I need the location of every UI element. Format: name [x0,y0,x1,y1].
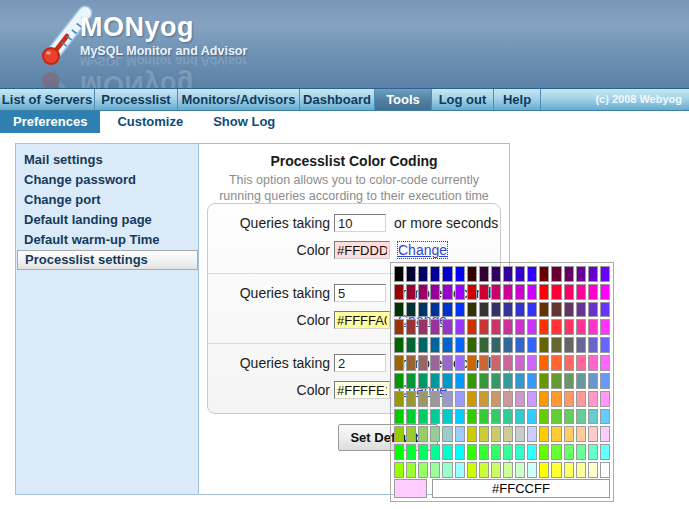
palette-swatch[interactable] [491,302,501,318]
color-value-input-1[interactable] [334,241,390,259]
palette-swatch[interactable] [503,462,513,478]
palette-swatch[interactable] [576,444,586,460]
sidebar-item-change-port[interactable]: Change port [16,190,199,210]
palette-swatch[interactable] [600,319,610,335]
subnav-tab-preferences[interactable]: Preferences [0,111,100,133]
palette-swatch[interactable] [588,391,598,407]
sidebar-item-processlist-settings[interactable]: Processlist settings [17,250,198,270]
palette-swatch[interactable] [430,409,440,425]
palette-swatch[interactable] [527,462,537,478]
palette-swatch[interactable] [576,391,586,407]
palette-swatch[interactable] [539,266,549,282]
palette-swatch[interactable] [551,373,561,389]
palette-swatch[interactable] [418,355,428,371]
palette-swatch[interactable] [527,373,537,389]
nav-item-monitors-advisors[interactable]: Monitors/Advisors [178,89,300,110]
palette-swatch[interactable] [442,462,452,478]
palette-swatch[interactable] [418,462,428,478]
palette-swatch[interactable] [564,284,574,300]
palette-swatch[interactable] [491,337,501,353]
palette-swatch[interactable] [406,462,416,478]
palette-swatch[interactable] [588,355,598,371]
palette-swatch[interactable] [551,462,561,478]
nav-item-log-out[interactable]: Log out [432,89,494,110]
palette-swatch[interactable] [588,462,598,478]
palette-swatch[interactable] [479,302,489,318]
color-value-input-2[interactable] [334,311,390,329]
palette-swatch[interactable] [539,426,549,442]
palette-swatch[interactable] [491,373,501,389]
palette-swatch[interactable] [442,426,452,442]
palette-swatch[interactable] [455,373,465,389]
palette-swatch[interactable] [503,391,513,407]
palette-swatch[interactable] [527,355,537,371]
palette-swatch[interactable] [418,426,428,442]
palette-swatch[interactable] [515,391,525,407]
palette-swatch[interactable] [576,409,586,425]
palette-swatch[interactable] [515,319,525,335]
palette-swatch[interactable] [564,302,574,318]
palette-swatch[interactable] [588,426,598,442]
palette-swatch[interactable] [406,337,416,353]
palette-swatch[interactable] [430,302,440,318]
palette-swatch[interactable] [564,337,574,353]
palette-swatch[interactable] [430,444,440,460]
palette-swatch[interactable] [515,444,525,460]
palette-swatch[interactable] [442,444,452,460]
palette-swatch[interactable] [479,373,489,389]
palette-swatch[interactable] [418,373,428,389]
palette-swatch[interactable] [455,319,465,335]
palette-swatch[interactable] [527,409,537,425]
palette-swatch[interactable] [467,266,477,282]
palette-swatch[interactable] [430,426,440,442]
palette-swatch[interactable] [503,373,513,389]
palette-swatch[interactable] [503,409,513,425]
palette-swatch[interactable] [491,409,501,425]
palette-swatch[interactable] [503,355,513,371]
seconds-input-2[interactable] [334,284,386,302]
palette-swatch[interactable] [551,355,561,371]
palette-swatch[interactable] [539,373,549,389]
palette-swatch[interactable] [394,462,404,478]
palette-swatch[interactable] [394,337,404,353]
palette-swatch[interactable] [455,266,465,282]
palette-swatch[interactable] [467,319,477,335]
palette-swatch[interactable] [491,284,501,300]
palette-swatch[interactable] [455,284,465,300]
palette-swatch[interactable] [600,444,610,460]
palette-swatch[interactable] [467,337,477,353]
palette-swatch[interactable] [588,444,598,460]
palette-swatch[interactable] [551,319,561,335]
palette-swatch[interactable] [503,284,513,300]
palette-swatch[interactable] [539,391,549,407]
palette-swatch[interactable] [588,337,598,353]
palette-swatch[interactable] [527,337,537,353]
palette-swatch[interactable] [467,462,477,478]
palette-swatch[interactable] [600,373,610,389]
palette-swatch[interactable] [479,426,489,442]
palette-swatch[interactable] [600,409,610,425]
palette-swatch[interactable] [467,409,477,425]
palette-swatch[interactable] [442,373,452,389]
palette-swatch[interactable] [515,337,525,353]
palette-swatch[interactable] [539,409,549,425]
palette-swatch[interactable] [491,266,501,282]
palette-swatch[interactable] [588,319,598,335]
palette-swatch[interactable] [430,284,440,300]
palette-swatch[interactable] [576,373,586,389]
palette-swatch[interactable] [430,462,440,478]
palette-swatch[interactable] [394,426,404,442]
palette-swatch[interactable] [527,319,537,335]
nav-item-tools[interactable]: Tools [375,89,432,110]
palette-swatch[interactable] [455,302,465,318]
palette-swatch[interactable] [479,462,489,478]
sidebar-item-change-password[interactable]: Change password [16,170,199,190]
palette-swatch[interactable] [539,319,549,335]
palette-swatch[interactable] [479,409,489,425]
palette-swatch[interactable] [527,284,537,300]
palette-swatch[interactable] [467,391,477,407]
palette-swatch[interactable] [406,266,416,282]
color-hex-input[interactable] [432,479,610,498]
palette-swatch[interactable] [418,302,428,318]
palette-swatch[interactable] [588,266,598,282]
